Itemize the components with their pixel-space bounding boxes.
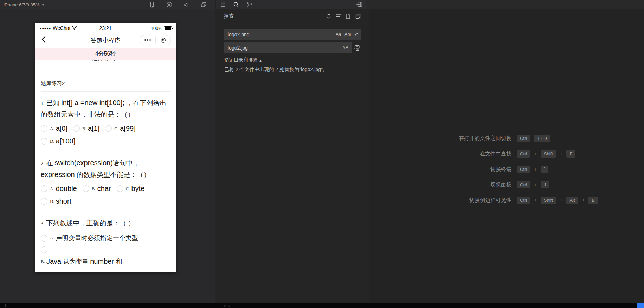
option-value: double [56,185,77,193]
answer-option[interactable]: D.a[100] [41,137,75,145]
question-text: 3.下列叙述中，正确的是：（ ） [41,218,170,229]
keycap: F [566,150,575,158]
replace-all-icon[interactable]: abac [352,44,361,52]
keycap: Ctrl [517,150,530,158]
question-block: 1.已知 int[] a =new int[100]; ，在下列给出的数组元素中… [41,92,170,152]
option-letter: C. [126,186,130,192]
replace-row: AB abac [224,42,361,53]
answer-option[interactable]: A.a[0] [41,124,67,133]
radio-icon[interactable] [41,185,47,192]
answer-option[interactable]: B.char [83,185,111,193]
keycap: J [541,181,549,188]
text-segment: 在 [46,159,55,167]
triangle-up-icon: ▲ [259,59,262,62]
more-icon[interactable] [140,39,155,41]
shortcut-label: 在文件中查找 [369,150,511,157]
shortcut-row: 在打开的文件之间切换Ctrl1～9 [369,134,615,142]
question-number: 3. [41,221,45,226]
answer-option[interactable]: A.double [41,185,77,193]
plus-separator: + [534,198,537,203]
open-search-editor-icon[interactable] [345,13,351,19]
regex-icon[interactable]: ▪* [354,32,358,37]
shortcut-keys: Ctrl1～9 [517,135,550,142]
toggle-sidebar-icon[interactable] [356,1,362,7]
question-text: 1.已知 int[] a =new int[100]; ，在下列给出的数组元素中… [41,97,170,120]
radio-icon[interactable] [117,185,123,192]
option-letter: D. [50,139,54,144]
text-segment: 语句中， [113,159,140,167]
question-number: 1. [41,101,45,106]
option-value: Java 认为变量 number 和 [46,257,122,266]
radio-icon[interactable] [41,198,47,205]
match-case-icon[interactable]: Aa [336,32,341,37]
radio-icon[interactable] [73,125,80,132]
answer-option[interactable] [41,246,170,253]
shortcut-keys: Ctrl+Shift+Alt+B [517,197,598,204]
option-letter: A. [50,235,54,241]
option-value: a[99] [120,124,135,133]
search-icon[interactable] [233,2,239,8]
radio-icon[interactable] [83,185,89,192]
plus-separator: + [534,182,537,187]
phone-rotate-icon[interactable] [149,2,155,8]
file-list-icon[interactable] [219,2,225,8]
replace-input[interactable] [224,42,352,53]
capsule-menu [140,35,171,45]
answer-option[interactable]: C.byte [117,185,145,193]
text-segment: 的数据类型不能是：（） [77,171,150,178]
keycap: Ctrl [517,135,530,142]
battery-icon [164,26,172,30]
keycap: 1～9 [534,135,550,142]
shortcut-row: 在文件中查找Ctrl+Shift+F [369,150,615,158]
option-letter: D. [50,199,54,204]
keycap: Ctrl [517,166,530,173]
statusbar-left-icons [2,304,22,307]
text-segment: 声明变量时必须指定一个类型 [56,235,138,242]
answer-option[interactable]: D.short [41,197,71,205]
back-icon[interactable] [40,36,47,43]
svg-text:ac: ac [356,49,359,50]
device-selector[interactable]: iPhone 6/7/8 85% [4,0,45,9]
statusbar-blue-badge[interactable] [637,303,644,308]
countdown-timer: 4分56秒 [35,48,176,60]
shortcut-keys: Ctrl+` [517,166,548,173]
radio-icon[interactable] [41,125,47,132]
exit-icon[interactable] [156,38,171,43]
simulator-panel: ●●●●● WeChat 23:21 100% 答题小程序 [0,9,215,303]
radio-icon[interactable] [105,125,112,132]
statusbar-mid-icons [224,305,230,307]
option-letter: A. [50,186,54,192]
radio-icon[interactable] [41,138,47,145]
code-segment: expression [41,171,77,178]
shortcut-hints: 在打开的文件之间切换Ctrl1～9在文件中查找Ctrl+Shift+F切换终端C… [369,134,615,212]
duplicate-window-icon[interactable] [201,2,207,8]
plus-separator: + [582,198,585,203]
answer-option[interactable]: B.Java 认为变量 number 和 [41,257,170,266]
top-toolbar: iPhone 6/7/8 85% [0,0,644,9]
refresh-icon[interactable] [325,13,331,19]
include-exclude-toggle[interactable]: 指定目录和排除▲ [224,57,262,63]
toggle-replace-icon[interactable] [217,37,223,43]
simulator-toolbar-icons [149,0,207,9]
keycap: B [588,197,598,204]
option-group: A.a[0]B.a[1]C.a[99]D.a[100] [41,124,170,145]
find-row: Aa Abl ▪* [224,29,361,40]
shortcut-row: 切换面板Ctrl+J [369,181,615,188]
clear-results-icon[interactable] [335,13,341,19]
answer-option[interactable]: A.声明变量时必须指定一个类型 [41,234,170,242]
preserve-case-icon[interactable]: AB [342,45,348,50]
answer-option[interactable]: C.a[99] [105,124,135,133]
mute-speaker-icon[interactable] [183,2,189,8]
radio-icon[interactable] [41,235,47,242]
record-icon[interactable] [166,2,172,8]
plus-separator: + [534,167,537,172]
answer-option[interactable]: B.a[1] [73,124,99,133]
whole-word-icon[interactable]: Abl [344,32,351,37]
plus-separator: + [560,151,563,156]
radio-icon[interactable] [41,246,47,253]
option-letter: C. [114,126,118,131]
shortcut-label: 切换侧边栏可见性 [369,197,511,204]
collapse-all-icon[interactable] [355,13,361,19]
search-sidebar: 搜索 Aa Abl ▪* [215,9,369,303]
git-branch-icon[interactable] [247,2,253,8]
